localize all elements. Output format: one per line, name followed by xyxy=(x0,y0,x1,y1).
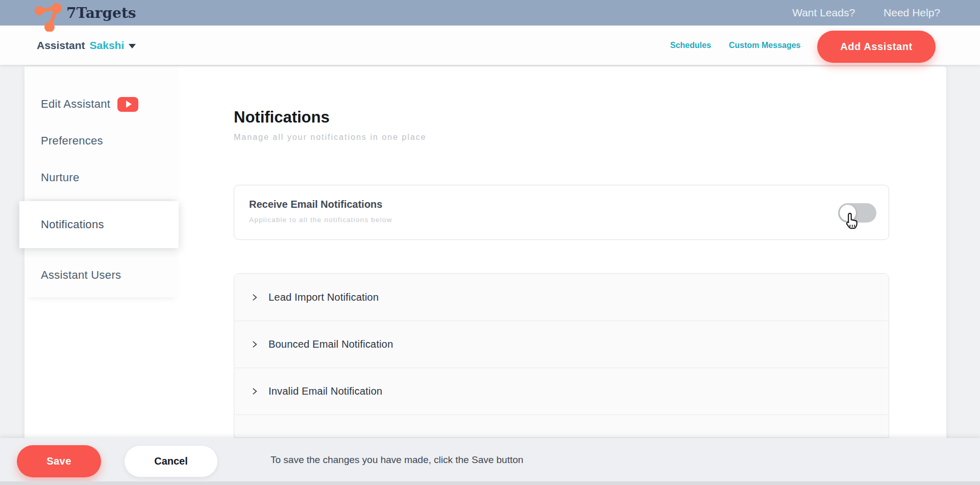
notifications-accordion: Lead Import Notification Bounced Email N… xyxy=(234,273,889,438)
sidebar-item-label: Notifications xyxy=(41,218,104,231)
notifications-pane: Notifications Manage all your notificati… xyxy=(179,66,946,485)
sidebar-item-notifications[interactable]: Notifications xyxy=(19,201,179,248)
schedules-link[interactable]: Schedules xyxy=(670,26,711,65)
accordion-row-lead-import[interactable]: Lead Import Notification xyxy=(234,274,889,321)
app-window: Want Leads? Need Help? 7Targets Assistan… xyxy=(0,0,980,485)
sidebar-item-assistant-users[interactable]: Assistant Users xyxy=(24,253,179,297)
accordion-row-invalid-email[interactable]: Invalid Email Notification xyxy=(234,368,889,415)
bottom-strip xyxy=(0,481,980,485)
youtube-video-icon[interactable] xyxy=(117,97,138,112)
receive-email-notifications-subtitle: Applicable to all the notifications belo… xyxy=(249,216,392,224)
email-notifications-toggle[interactable] xyxy=(838,203,876,223)
sidebar-item-label: Edit Assistant xyxy=(41,98,110,111)
page-subtitle: Manage all your notifications in one pla… xyxy=(234,133,427,142)
custom-messages-link[interactable]: Custom Messages xyxy=(729,26,801,65)
page-title: Notifications xyxy=(234,108,330,127)
settings-card: Edit Assistant Preferences Nurture Notif… xyxy=(24,66,946,485)
sidebar-item-label: Preferences xyxy=(41,134,103,148)
chevron-right-icon xyxy=(251,341,258,348)
add-assistant-button[interactable]: Add Assistant xyxy=(817,31,936,63)
receive-email-notifications-card: Receive Email Notifications Applicable t… xyxy=(234,185,889,240)
assistant-selector-label: Assistant xyxy=(37,39,85,52)
accordion-row-label: Bounced Email Notification xyxy=(268,338,393,350)
accordion-row-label: Lead Import Notification xyxy=(268,292,379,303)
accordion-row-label: Invalid Email Notification xyxy=(268,385,382,397)
brand-name: 7Targets xyxy=(66,0,136,26)
save-helper-text: To save the changes you have made, click… xyxy=(271,438,523,481)
sidebar-item-label: Assistant Users xyxy=(41,269,121,282)
chevron-right-icon xyxy=(251,387,258,395)
sidebar-group-bottom: Assistant Users xyxy=(24,253,179,297)
save-footer-bar: Save Cancel To save the changes you have… xyxy=(0,438,980,485)
cancel-button[interactable]: Cancel xyxy=(124,445,218,477)
sidebar-item-nurture[interactable]: Nurture xyxy=(24,159,179,196)
need-help-link[interactable]: Need Help? xyxy=(884,7,940,19)
sidebar-item-edit-assistant[interactable]: Edit Assistant xyxy=(24,86,179,123)
sidebar-item-preferences[interactable]: Preferences xyxy=(24,123,179,159)
accordion-row-partial[interactable] xyxy=(234,415,889,438)
chevron-down-icon xyxy=(129,44,136,48)
play-icon xyxy=(126,101,132,108)
toggle-knob xyxy=(840,205,856,221)
want-leads-link[interactable]: Want Leads? xyxy=(792,7,855,19)
sidebar-item-label: Nurture xyxy=(41,171,79,184)
chevron-right-icon xyxy=(251,294,258,301)
seven-targets-logo-icon xyxy=(33,3,65,32)
receive-email-notifications-title: Receive Email Notifications xyxy=(249,199,382,210)
settings-sidebar: Edit Assistant Preferences Nurture Notif… xyxy=(24,66,179,485)
assistant-selector-name: Sakshi xyxy=(90,39,125,52)
sidebar-group-top: Edit Assistant Preferences Nurture xyxy=(24,66,179,199)
save-button[interactable]: Save xyxy=(17,445,101,477)
top-navigation-bar: Want Leads? Need Help? xyxy=(0,0,980,26)
accordion-row-bounced-email[interactable]: Bounced Email Notification xyxy=(234,321,889,368)
